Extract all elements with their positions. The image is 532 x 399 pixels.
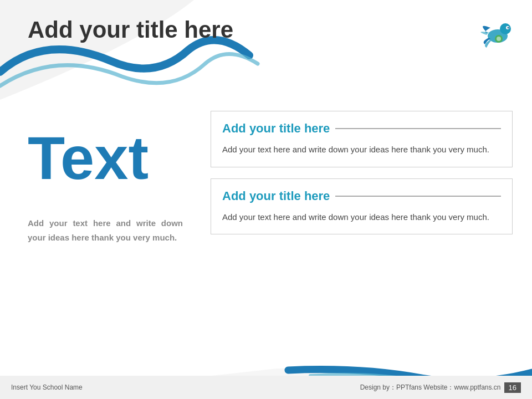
box-1-title-line [335, 128, 501, 129]
footer-credits: Design by：PPTfans Website：www.pptfans.cn [360, 383, 501, 392]
page-number: 16 [504, 382, 521, 393]
right-column: Add your title here Add your text here a… [211, 111, 513, 245]
slide: Add your title here Text Add your text h… [0, 0, 532, 399]
footer-school-name: Insert You School Name [11, 383, 83, 391]
box-2-title: Add your title here [222, 189, 501, 203]
logo-icon [471, 11, 515, 55]
content-box-1: Add your title here Add your text here a… [211, 111, 513, 167]
svg-point-1 [500, 23, 511, 34]
left-body-text: Add your text here and write down your i… [28, 216, 183, 244]
top-wave-decoration [0, 0, 532, 100]
footer-right: Design by：PPTfans Website：www.pptfans.cn… [360, 382, 521, 393]
svg-point-5 [497, 37, 501, 41]
box-2-title-line [335, 196, 501, 197]
box-2-body: Add your text here and write down your i… [222, 210, 501, 224]
svg-point-3 [508, 27, 509, 29]
content-box-2: Add your title here Add your text here a… [211, 178, 513, 235]
box-1-title: Add your title here [222, 121, 501, 136]
box-1-body: Add your text here and write down your i… [222, 142, 501, 157]
main-title: Add your title here [28, 17, 233, 43]
big-text-label: Text [28, 127, 149, 188]
footer: Insert You School Name Design by：PPTfans… [0, 376, 532, 399]
